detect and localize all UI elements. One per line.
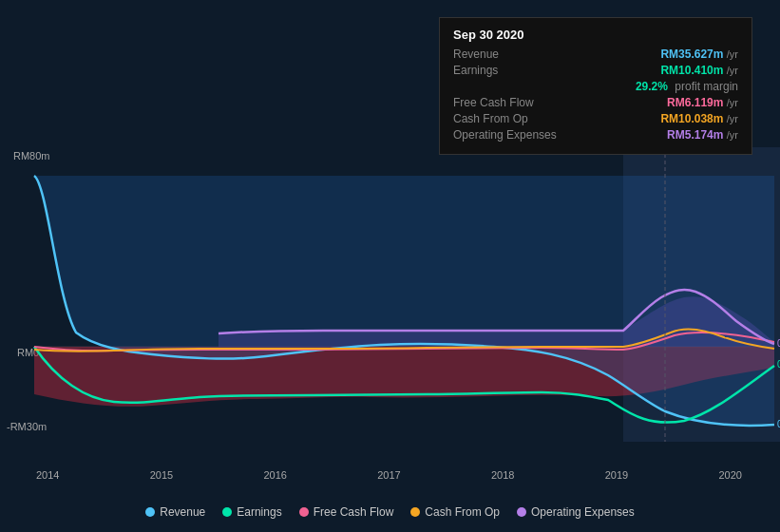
tooltip-title: Sep 30 2020 — [453, 28, 738, 42]
x-label-2016: 2016 — [264, 469, 287, 481]
legend-revenue-dot — [145, 507, 155, 517]
tooltip-panel: Sep 30 2020 Revenue RM35.627m /yr Earnin… — [439, 17, 752, 155]
x-label-2019: 2019 — [605, 469, 628, 481]
legend-earnings-label: Earnings — [237, 505, 281, 519]
tooltip-fcf-value: RM6.119m /yr — [667, 96, 738, 109]
legend-cfo: Cash From Op — [410, 505, 500, 519]
x-label-2015: 2015 — [150, 469, 173, 481]
tooltip-cfo-value: RM10.038m /yr — [660, 112, 738, 125]
legend-cfo-label: Cash From Op — [425, 505, 500, 519]
legend-cfo-dot — [410, 507, 420, 517]
tooltip-opex-value: RM5.174m /yr — [667, 128, 738, 142]
tooltip-revenue-label: Revenue — [453, 48, 499, 61]
x-label-2018: 2018 — [491, 469, 514, 481]
tooltip-cfo-label: Cash From Op — [453, 112, 528, 125]
legend-opex: Operating Expenses — [517, 505, 635, 519]
legend-fcf: Free Cash Flow — [299, 505, 394, 519]
legend-revenue: Revenue — [145, 505, 205, 519]
x-axis-labels: 2014 2015 2016 2017 2018 2019 2020 — [0, 469, 780, 481]
legend-fcf-label: Free Cash Flow — [314, 505, 394, 519]
tooltip-opex-label: Operating Expenses — [453, 128, 557, 142]
legend-earnings-dot — [222, 507, 232, 517]
tooltip-cfo-row: Cash From Op RM10.038m /yr — [453, 112, 738, 125]
x-label-2014: 2014 — [36, 469, 59, 481]
tooltip-earnings-row: Earnings RM10.410m /yr — [453, 64, 738, 77]
tooltip-margin-row: 29.2% profit margin — [453, 80, 738, 93]
tooltip-fcf-label: Free Cash Flow — [453, 96, 534, 109]
tooltip-earnings-label: Earnings — [453, 64, 498, 77]
legend-opex-label: Operating Expenses — [531, 505, 635, 519]
tooltip-opex-row: Operating Expenses RM5.174m /yr — [453, 128, 738, 142]
chart-legend: Revenue Earnings Free Cash Flow Cash Fro… — [0, 505, 780, 519]
legend-opex-dot — [517, 507, 526, 517]
tooltip-fcf-row: Free Cash Flow RM6.119m /yr — [453, 96, 738, 109]
chart-svg: 0 0 0 — [0, 147, 780, 442]
legend-revenue-label: Revenue — [160, 505, 205, 519]
x-label-2017: 2017 — [377, 469, 400, 481]
legend-earnings: Earnings — [222, 505, 281, 519]
tooltip-earnings-value: RM10.410m /yr — [660, 64, 738, 77]
tooltip-margin-value: 29.2% profit margin — [636, 80, 738, 93]
x-label-2020: 2020 — [719, 469, 742, 481]
tooltip-revenue-value: RM35.627m /yr — [660, 48, 738, 61]
tooltip-revenue-row: Revenue RM35.627m /yr — [453, 48, 738, 61]
legend-fcf-dot — [299, 507, 309, 517]
